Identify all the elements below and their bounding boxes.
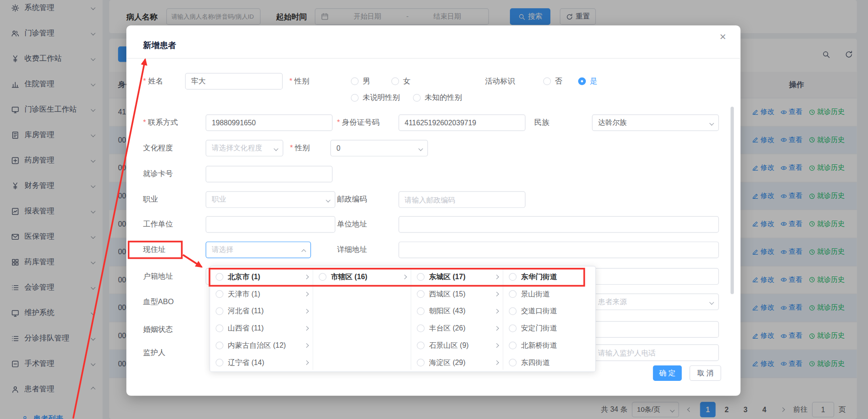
gender-radio-male[interactable]: 男: [351, 73, 370, 90]
radio-icon: [417, 324, 424, 332]
cascader-option[interactable]: 丰台区 (26): [411, 320, 503, 337]
radio-icon: [417, 273, 424, 281]
chevron-down-icon: [709, 300, 714, 305]
radio-icon: [509, 290, 517, 298]
radio-label: 男: [363, 76, 370, 86]
radio-icon: [509, 307, 517, 315]
cascader-option[interactable]: 天津市 (1): [210, 285, 313, 302]
contact-input[interactable]: [205, 114, 332, 131]
text-input-row10-right[interactable]: [592, 321, 719, 338]
marital-label: 婚姻状态: [143, 321, 173, 338]
chevron-down-icon: [274, 146, 278, 151]
chevron-right-icon: [402, 274, 407, 279]
name-label: 姓名: [143, 73, 163, 90]
radio-checked-icon: [578, 77, 586, 85]
cascader-option-label: 海淀区 (29): [429, 357, 490, 367]
education-placeholder: 请选择文化程度: [212, 143, 262, 153]
close-icon[interactable]: ×: [720, 31, 726, 42]
cascader-option[interactable]: 东四街道: [503, 354, 594, 370]
cascader-option[interactable]: 安定门街道: [503, 320, 594, 337]
postal-input[interactable]: [399, 191, 525, 208]
ethnicity-select[interactable]: 达斡尔族: [592, 114, 719, 131]
cascader-option[interactable]: 北新桥街道: [503, 337, 594, 354]
gender-radio-female[interactable]: 女: [391, 73, 410, 90]
detail-address-label: 详细地址: [337, 242, 367, 258]
radio-icon: [215, 273, 223, 281]
cascader-option-label: 河北省 (11): [228, 306, 300, 316]
cascader-option-label: 天津市 (1): [228, 289, 300, 299]
radio-label: 未说明性别: [363, 93, 400, 103]
cascader-option[interactable]: 河北省 (11): [210, 302, 313, 320]
text-input-row8-right[interactable]: [592, 268, 719, 285]
cascader-option[interactable]: 内蒙古自治区 (12): [210, 337, 313, 354]
cascader-option[interactable]: 东城区 (17): [411, 268, 503, 286]
cascader-column-2: 市辖区 (16): [313, 268, 411, 370]
cascader-option-label: 朝阳区 (43): [429, 306, 490, 316]
radio-label: 未知的性别: [424, 93, 462, 103]
address-cascader-panel: 北京市 (1)天津市 (1)河北省 (11)山西省 (11)内蒙古自治区 (12…: [210, 266, 596, 372]
gender2-select[interactable]: 0: [330, 140, 428, 157]
cascader-option-label: 东城区 (17): [429, 271, 490, 281]
cascader-option-label: 北新桥街道: [521, 340, 591, 350]
radio-icon: [351, 77, 359, 85]
radio-icon: [215, 359, 223, 366]
household-label: 户籍地址: [143, 268, 173, 285]
patient-source-select[interactable]: 患者来源: [592, 294, 719, 311]
cascader-option-label: 山西省 (11): [228, 323, 300, 333]
radio-icon: [543, 77, 551, 85]
occupation-select[interactable]: 职业: [205, 191, 335, 208]
cascader-option[interactable]: 辽宁省 (14): [210, 354, 313, 370]
unit-address-label: 单位地址: [337, 216, 367, 233]
chevron-right-icon: [304, 309, 309, 313]
cancel-button[interactable]: 取 消: [689, 365, 721, 381]
radio-icon: [319, 273, 326, 281]
radio-icon: [215, 290, 223, 298]
cascader-option[interactable]: 景山街道: [503, 285, 594, 302]
app-root: 系统管理门诊管理收费工作站住院管理门诊医生工作站库房管理药房管理财务管理报表管理…: [0, 0, 868, 419]
ethnicity-value: 达斡尔族: [598, 118, 627, 128]
chevron-right-icon: [494, 326, 499, 330]
education-label: 文化程度: [143, 140, 173, 157]
current-address-select[interactable]: 请选择: [205, 242, 311, 258]
modal-scrollbar[interactable]: [731, 107, 734, 294]
unit-address-input[interactable]: [399, 216, 719, 233]
cascader-option[interactable]: 山西省 (11): [210, 320, 313, 337]
id-number-input[interactable]: [399, 114, 525, 131]
cascader-option[interactable]: 海淀区 (29): [411, 354, 503, 370]
cascader-column-3: 东城区 (17)西城区 (15)朝阳区 (43)丰台区 (26)石景山区 (9)…: [411, 268, 503, 370]
radio-label: 否: [555, 76, 562, 86]
cascader-option-label: 交道口街道: [521, 306, 591, 316]
cascader-option-label: 石景山区 (9): [429, 340, 490, 350]
radio-icon: [509, 359, 517, 366]
chevron-up-icon: [301, 249, 306, 254]
gender-radio-unknown[interactable]: 未知的性别: [413, 89, 462, 106]
active-flag-radio-yes[interactable]: 是: [578, 73, 597, 90]
card-no-input[interactable]: [205, 166, 332, 182]
cascader-option[interactable]: 东华门街道: [503, 268, 594, 286]
chevron-right-icon: [304, 360, 309, 365]
cascader-option[interactable]: 市辖区 (16): [313, 268, 411, 286]
active-flag-radio-no[interactable]: 否: [543, 73, 562, 90]
id-number-label: 身份证号码: [337, 114, 379, 131]
cascader-option[interactable]: 北京市 (1): [210, 268, 313, 286]
cascader-option[interactable]: 西城区 (15): [411, 285, 503, 302]
gender2-value: 0: [336, 144, 340, 152]
detail-address-input[interactable]: [399, 242, 719, 258]
modal-title: 新增患者: [143, 40, 176, 51]
radio-icon: [417, 341, 424, 349]
gender-radio-unspecified[interactable]: 未说明性别: [351, 89, 400, 106]
cascader-option-label: 西城区 (15): [429, 289, 490, 299]
name-input[interactable]: [185, 73, 283, 90]
confirm-button[interactable]: 确 定: [653, 365, 682, 381]
work-unit-input[interactable]: [205, 216, 335, 233]
cascader-option-label: 东华门街道: [521, 271, 591, 281]
cascader-option[interactable]: 朝阳区 (43): [411, 302, 503, 320]
cascader-option[interactable]: 石景山区 (9): [411, 337, 503, 354]
modal-header: 新增患者 ×: [126, 25, 740, 59]
current-address-placeholder: 请选择: [212, 245, 234, 255]
occupation-label: 职业: [143, 191, 158, 208]
guardian-phone-input[interactable]: [592, 345, 719, 361]
radio-icon: [215, 341, 223, 349]
education-select[interactable]: 请选择文化程度: [205, 140, 283, 157]
cascader-option[interactable]: 交道口街道: [503, 302, 594, 320]
